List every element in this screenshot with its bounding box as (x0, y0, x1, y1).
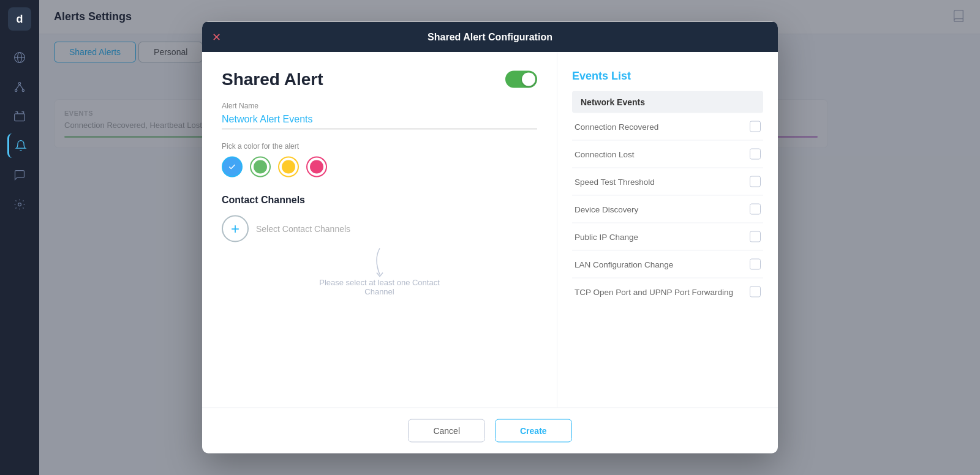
channel-row: + Select Contact Channels (222, 215, 537, 242)
color-picker-label: Pick a color for the alert (222, 142, 537, 151)
event-item-lan-configuration-change: LAN Configuration Change (572, 251, 763, 279)
color-swatch-pink[interactable] (306, 157, 327, 178)
contact-channels-title: Contact Channels (222, 195, 537, 206)
alert-name-value[interactable]: Network Alert Events (222, 114, 537, 130)
add-channel-button[interactable]: + (222, 215, 249, 242)
event-checkbox-connection-lost[interactable] (750, 149, 761, 160)
svg-rect-8 (15, 114, 25, 121)
event-label-device-discovery: Device Discovery (575, 204, 638, 214)
channel-placeholder: Select Contact Channels (256, 224, 350, 234)
svg-point-9 (18, 203, 21, 206)
sidebar: d (0, 0, 39, 475)
events-scroll-area[interactable]: Network Events Connection Recovered Conn… (572, 91, 763, 348)
modal-close-button[interactable]: ✕ (212, 32, 221, 43)
event-checkbox-tcp-open-port[interactable] (750, 286, 761, 297)
events-category: Network Events (572, 91, 763, 113)
event-checkbox-speed-test-threshold[interactable] (750, 176, 761, 187)
event-label-connection-recovered: Connection Recovered (575, 122, 658, 131)
svg-point-4 (15, 89, 17, 91)
modal-body: Shared Alert Alert Name Network Alert Ev… (202, 53, 778, 408)
event-item-tcp-open-port: TCP Open Port and UPNP Port Forwarding (572, 279, 763, 305)
event-label-public-ip-change: Public IP Change (575, 232, 638, 241)
event-label-tcp-open-port: TCP Open Port and UPNP Port Forwarding (575, 287, 733, 296)
svg-line-6 (16, 84, 20, 89)
modal-title-row: Shared Alert (222, 70, 537, 89)
event-item-speed-test-threshold: Speed Test Threshold (572, 168, 763, 196)
color-swatch-yellow[interactable] (278, 157, 299, 178)
channel-hint-text: Please select at least one Contact Chann… (318, 278, 441, 296)
event-label-lan-configuration-change: LAN Configuration Change (575, 260, 673, 269)
create-button[interactable]: Create (495, 419, 572, 443)
event-item-public-ip-change: Public IP Change (572, 223, 763, 251)
sidebar-item-settings[interactable] (7, 192, 32, 217)
modal-left-panel: Shared Alert Alert Name Network Alert Ev… (202, 53, 557, 408)
event-label-connection-lost: Connection Lost (575, 149, 635, 159)
color-swatch-blue[interactable] (222, 157, 243, 178)
sidebar-item-network[interactable] (7, 75, 32, 99)
sidebar-item-devices[interactable] (7, 104, 32, 129)
event-checkbox-public-ip-change[interactable] (750, 231, 761, 242)
color-swatch-green[interactable] (250, 157, 271, 178)
event-item-connection-recovered: Connection Recovered (572, 113, 763, 141)
sidebar-item-alerts[interactable] (7, 133, 32, 158)
event-checkbox-lan-configuration-change[interactable] (750, 259, 761, 270)
cancel-button[interactable]: Cancel (408, 419, 485, 443)
event-checkbox-device-discovery[interactable] (750, 204, 761, 215)
event-item-connection-lost: Connection Lost (572, 141, 763, 168)
sidebar-item-support[interactable] (7, 163, 32, 187)
event-checkbox-connection-recovered[interactable] (750, 121, 761, 132)
svg-point-3 (18, 83, 20, 84)
modal-header-title: Shared Alert Configuration (428, 32, 552, 42)
app-logo[interactable]: d (8, 7, 31, 31)
modal-footer: Cancel Create (202, 408, 778, 454)
modal-header: ✕ Shared Alert Configuration (202, 22, 778, 53)
sidebar-item-globe[interactable] (7, 45, 32, 70)
svg-point-5 (22, 89, 24, 91)
modal-right-panel: Events List Network Events Connection Re… (557, 53, 778, 408)
event-label-speed-test-threshold: Speed Test Threshold (575, 177, 655, 186)
modal-section-title: Shared Alert (222, 70, 323, 89)
channel-arrow-hint: Please select at least one Contact Chann… (222, 247, 537, 296)
alert-toggle[interactable] (505, 71, 537, 88)
shared-alert-modal: ✕ Shared Alert Configuration Shared Aler… (202, 22, 778, 454)
svg-line-7 (20, 84, 23, 89)
events-list-title: Events List (572, 70, 763, 83)
event-item-device-discovery: Device Discovery (572, 196, 763, 223)
color-swatches (222, 157, 537, 178)
alert-name-label: Alert Name (222, 102, 537, 110)
